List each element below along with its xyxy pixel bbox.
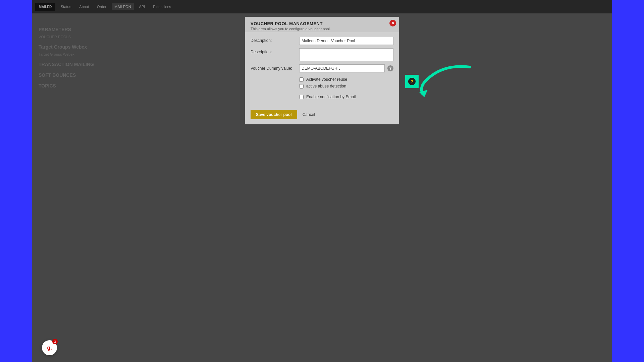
close-button[interactable]: ✕ [389, 20, 396, 26]
description2-label: Description: [251, 48, 299, 54]
voucher-pool-modal: VOUCHER POOL MANAGEMENT This area allows… [245, 17, 399, 124]
description2-row: Description: [251, 48, 393, 61]
cancel-button[interactable]: Cancel [301, 110, 316, 119]
grammarly-badge[interactable]: g. 2 [42, 340, 57, 355]
voucher-dummy-row: Voucher Dummy value: ? [251, 64, 393, 72]
voucher-reuse-row: Activate voucher reuse [299, 77, 393, 82]
modal-title: VOUCHER POOL MANAGEMENT [251, 21, 393, 26]
help-icon[interactable]: ? [387, 65, 393, 71]
voucher-dummy-label: Voucher Dummy value: [251, 66, 299, 71]
modal-footer: Save voucher pool Cancel [245, 107, 399, 124]
modal-body: Description: Description: Voucher Dummy … [245, 32, 399, 107]
left-sidebar [0, 0, 32, 362]
arrow-annotation [416, 60, 476, 101]
save-button[interactable]: Save voucher pool [251, 110, 297, 119]
description2-textarea[interactable] [299, 48, 393, 61]
grammarly-letter: g. [47, 345, 52, 351]
abuse-detection-checkbox[interactable] [299, 84, 304, 88]
grammarly-count: 2 [52, 339, 58, 344]
voucher-reuse-label: Activate voucher reuse [306, 77, 347, 82]
checkbox-section: Activate voucher reuse active abuse dete… [251, 77, 393, 99]
main-area: MAILED Status About Order MAILEON API Ex… [32, 0, 612, 362]
voucher-dummy-input[interactable] [299, 64, 385, 72]
email-notification-row: Enable notification by Email [299, 95, 393, 99]
description1-input[interactable] [299, 37, 393, 45]
description1-label: Description: [251, 37, 299, 43]
email-notification-checkbox[interactable] [299, 95, 304, 99]
modal-header: VOUCHER POOL MANAGEMENT This area allows… [245, 17, 399, 32]
abuse-detection-row: active abuse detection [299, 84, 393, 88]
modal-subtitle: This area allows you to configure a vouc… [251, 27, 393, 31]
right-sidebar [612, 0, 644, 362]
abuse-detection-label: active abuse detection [306, 84, 346, 88]
highlight-inner-icon: ? [408, 78, 416, 85]
voucher-reuse-checkbox[interactable] [299, 77, 304, 82]
description1-row: Description: [251, 37, 393, 45]
email-notification-label: Enable notification by Email [306, 95, 356, 99]
